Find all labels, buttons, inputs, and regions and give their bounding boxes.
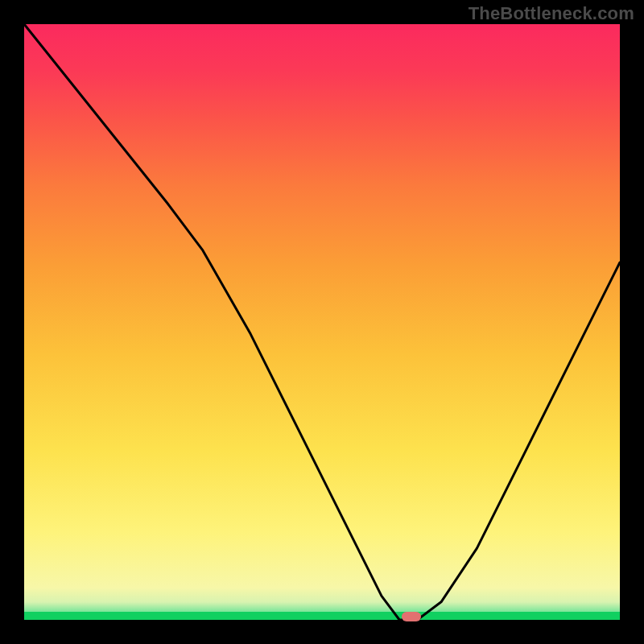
- bottleneck-curve-path: [24, 24, 620, 620]
- plot-area: [24, 24, 620, 620]
- optimal-marker: [402, 612, 421, 621]
- watermark-text: TheBottleneck.com: [469, 3, 634, 24]
- chart-frame: TheBottleneck.com: [0, 0, 644, 644]
- curve-svg: [24, 24, 620, 620]
